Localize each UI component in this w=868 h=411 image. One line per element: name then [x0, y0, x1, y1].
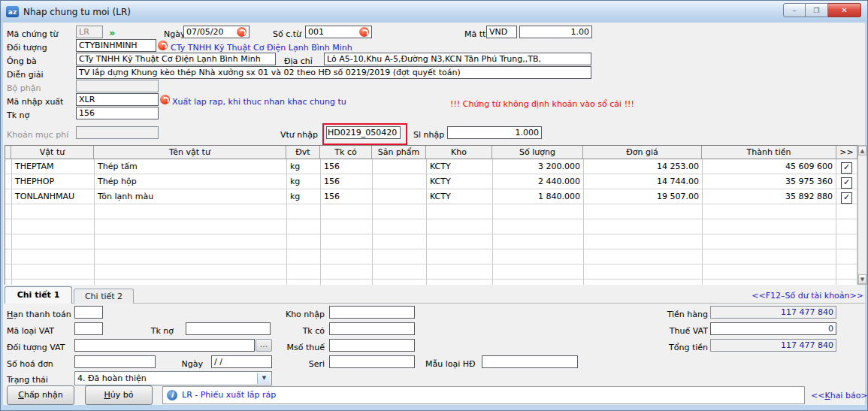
table-cell[interactable]: Thép tấm [95, 159, 287, 174]
table-cell[interactable]: Tôn lạnh màu [95, 189, 287, 204]
table-cell[interactable] [427, 219, 493, 234]
table-row[interactable]: THEPHOPThép hộpkg156KCTY2 440.00014 744.… [5, 174, 857, 189]
table-cell[interactable] [836, 249, 857, 264]
table-cell[interactable] [703, 234, 836, 249]
ma-tte-field[interactable]: VND [486, 26, 517, 38]
table-cell[interactable] [373, 174, 427, 189]
table-cell[interactable] [95, 280, 287, 285]
table-cell[interactable] [836, 204, 857, 219]
accept-button[interactable]: Chấp nhận [7, 385, 74, 405]
dien-giai-field[interactable]: TV lắp dựng Khung kèo thép Nhà xưởng sx … [76, 66, 591, 79]
mso-thue-field[interactable] [329, 339, 415, 352]
khai-bao-link[interactable]: <<Khai báo>> [811, 391, 868, 400]
table-cell[interactable]: Thép hộp [95, 174, 287, 189]
table-cell[interactable]: ✓ [836, 174, 857, 189]
table-cell[interactable] [287, 264, 321, 280]
column-header[interactable]: Kho [426, 146, 492, 159]
column-header[interactable]: Thành tiền [702, 146, 836, 159]
cancel-button[interactable]: Hủy bỏ [85, 385, 153, 405]
table-cell[interactable] [95, 204, 287, 219]
table-cell[interactable]: kg [287, 174, 321, 189]
table-cell[interactable] [373, 249, 427, 264]
dia-chi-field[interactable]: Lô A5-10,Khu A-5,Đường N3,KCN Tân Phú Tr… [324, 53, 591, 65]
table-cell[interactable] [95, 219, 287, 234]
table-row[interactable] [5, 280, 857, 285]
table-cell[interactable] [287, 249, 321, 264]
table-cell[interactable] [287, 219, 321, 234]
table-cell[interactable] [287, 204, 321, 219]
table-row[interactable] [5, 204, 857, 219]
table-cell[interactable] [95, 249, 287, 264]
ong-ba-field[interactable]: CTy TNHH Kỹ Thuật Cơ Điện Lạnh Bình Minh [76, 53, 276, 65]
table-cell[interactable] [703, 264, 836, 280]
table-cell[interactable] [287, 280, 321, 285]
table-cell[interactable]: 3 200.000 [493, 159, 584, 174]
table-cell[interactable]: ✓ [836, 189, 857, 204]
table-row[interactable] [5, 234, 857, 249]
minimize-icon[interactable]: – [783, 3, 806, 17]
table-row[interactable]: THEPTAMThép tấmkg156KCTY3 200.00014 253.… [5, 159, 857, 174]
table-row[interactable] [5, 219, 857, 234]
table-cell[interactable] [427, 249, 493, 264]
kho-nhap-field[interactable] [329, 306, 415, 319]
table-cell[interactable] [703, 249, 836, 264]
next-record-icon[interactable]: » [109, 28, 115, 38]
table-cell[interactable] [584, 249, 703, 264]
table-cell[interactable] [12, 264, 95, 280]
table-cell[interactable] [493, 234, 584, 249]
row-selector-header[interactable] [5, 146, 11, 159]
table-cell[interactable]: 14 253.00 [584, 159, 703, 174]
column-header[interactable]: Số lượng [492, 146, 583, 159]
so-hoa-don-field[interactable] [74, 355, 156, 368]
table-cell[interactable] [321, 280, 373, 285]
f12-so-du-link[interactable]: <<F12–Số dư tài khoản>> [722, 291, 863, 301]
table-cell[interactable] [427, 234, 493, 249]
column-header[interactable]: Vật tư [11, 146, 94, 159]
table-cell[interactable]: 2 440.000 [493, 174, 584, 189]
table-cell[interactable] [836, 234, 857, 249]
ma-nhap-xuat-field[interactable]: XLR [76, 93, 159, 106]
row-checkbox[interactable]: ✓ [841, 177, 852, 189]
table-cell[interactable] [427, 264, 493, 280]
table-cell[interactable] [427, 280, 493, 285]
table-cell[interactable] [12, 249, 95, 264]
table-cell[interactable] [836, 264, 857, 280]
table-cell[interactable]: THEPTAM [12, 159, 95, 174]
column-header[interactable]: Tên vật tư [94, 146, 286, 159]
table-cell[interactable] [493, 249, 584, 264]
table-cell[interactable]: KCTY [427, 159, 493, 174]
trang-thai-select[interactable]: 4. Đã hoàn thiện ▼ [74, 371, 272, 385]
table-row[interactable]: TONLANHMAUTôn lạnh màukg156KCTY1 840.000… [5, 189, 857, 204]
table-cell[interactable]: kg [287, 189, 321, 204]
han-thanh-toan-field[interactable] [74, 306, 103, 319]
table-cell[interactable] [321, 204, 373, 219]
ngay-hd-field[interactable]: / / [211, 355, 272, 368]
table-cell[interactable] [703, 219, 836, 234]
column-header[interactable]: Đơn giá [583, 146, 702, 159]
table-cell[interactable] [836, 280, 857, 285]
ma-chung-tu-field[interactable]: LR [76, 26, 103, 38]
table-cell[interactable] [584, 264, 703, 280]
table-cell[interactable] [584, 234, 703, 249]
restore-icon[interactable]: ❐ [806, 3, 828, 17]
table-cell[interactable]: 156 [321, 174, 373, 189]
column-header[interactable]: Sản phẩm [372, 146, 426, 159]
tab-chi-tiet-2[interactable]: Chi tiết 2 [74, 289, 134, 304]
table-cell[interactable]: 35 975 360 [703, 174, 836, 189]
table-cell[interactable] [373, 159, 427, 174]
seri-field[interactable] [329, 355, 415, 368]
table-cell[interactable]: 156 [321, 159, 373, 174]
table-cell[interactable] [95, 234, 287, 249]
table-cell[interactable] [373, 234, 427, 249]
table-cell[interactable]: TONLANHMAU [12, 189, 95, 204]
close-icon[interactable]: ✕ [828, 3, 861, 17]
table-cell[interactable]: 45 609 600 [703, 159, 836, 174]
doi-tuong-vat-field[interactable] [74, 339, 255, 352]
table-cell[interactable]: 19 507.00 [584, 189, 703, 204]
table-cell[interactable] [584, 280, 703, 285]
table-cell[interactable] [584, 204, 703, 219]
table-cell[interactable] [373, 280, 427, 285]
chevron-down-icon[interactable]: ▼ [257, 373, 271, 384]
column-header[interactable]: Tk có [320, 146, 372, 159]
table-cell[interactable]: KCTY [427, 174, 493, 189]
